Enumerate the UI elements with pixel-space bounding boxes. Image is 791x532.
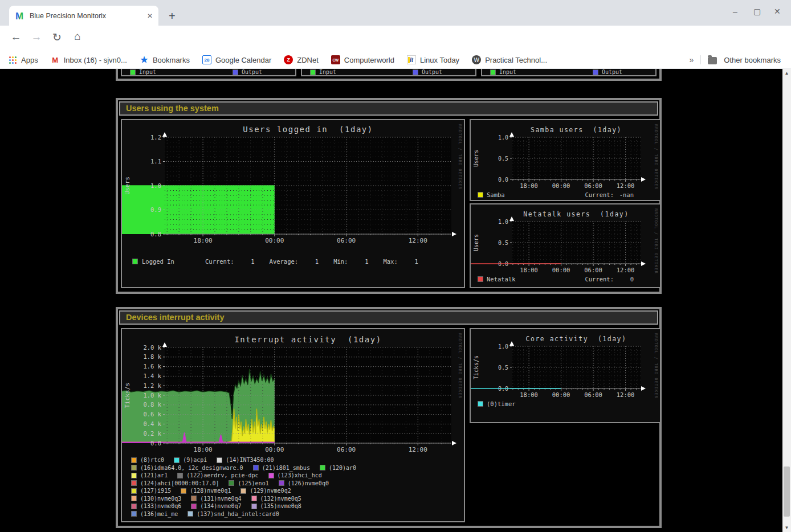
svg-text:Users: Users [124,177,131,195]
legend-item: (16)idma64.0, i2c_designware.0 [131,465,243,471]
svg-text:Core activity (1day): Core activity (1day) [526,335,627,343]
legend-item: (127)i915 [131,488,171,494]
back-icon[interactable]: ← [8,31,24,43]
legend-item: (137)snd_hda_intel:card0 [187,511,279,517]
legend-item: (134)nvme0q7 [191,503,241,509]
bookmark-apps[interactable]: Apps [8,55,38,64]
section-network-partial: InputOutputInputOutputInputOutput [116,69,662,81]
bookmarks-list: AppsMInbox (16) - sjvn0...★Bookmarks28Go… [8,55,547,64]
page-content: InputOutputInputOutputInputOutput Users … [0,69,782,532]
svg-text:0.5: 0.5 [498,240,508,246]
bookmark-label: Bookmarks [153,56,190,64]
folder-icon [708,57,717,64]
scrollbar-thumb[interactable] [784,466,790,517]
new-tab-button[interactable]: + [169,10,176,22]
rrdtool-watermark: RRDTOOL / TOBI OETIKER [458,124,462,190]
bookmark-wordpress[interactable]: WPractical Technol... [472,55,547,64]
vertical-scrollbar[interactable]: ▲ ▼ [782,69,791,532]
svg-text:0.9: 0.9 [150,206,161,213]
netatalk-users-graph[interactable]: 0.00.51.018:0000:0006:0012:00Netatalk us… [471,204,659,274]
legend-item: (130)nvme0q3 [131,496,181,502]
reload-icon[interactable]: ↻ [49,31,65,44]
svg-text:12:00: 12:00 [617,267,635,273]
browser-tab[interactable]: M Blue Precision Monitorix ✕ [9,6,158,26]
svg-text:18:00: 18:00 [194,446,213,453]
legend-item: (9)acpi [174,457,207,463]
svg-text:06:00: 06:00 [337,446,356,453]
bookmark-star[interactable]: ★Bookmarks [140,55,190,64]
forward-icon[interactable]: → [28,31,44,43]
scrollbar-down-icon[interactable]: ▼ [782,523,791,532]
bookmark-linuxtoday[interactable]: ltLinux Today [407,55,459,64]
legend-item: Output [233,69,262,75]
legend-item: (121)ar1 [131,472,168,478]
star-icon: ★ [140,55,149,64]
svg-text:0.5: 0.5 [498,365,508,371]
bookmark-label: Practical Technol... [485,56,547,64]
legend-item: (122)aerdrv, pcie-dpc [177,472,258,478]
svg-text:1.0: 1.0 [150,182,161,189]
section-title-users: Users using the system [119,101,658,116]
svg-text:0.2 k: 0.2 k [143,430,161,437]
bookmark-label: Apps [21,56,38,64]
svg-text:0.4 k: 0.4 k [143,420,161,427]
legend-item: Output [593,69,622,75]
legend-stat: Current:1 [205,258,255,265]
bookmark-gmail[interactable]: MInbox (16) - sjvn0... [51,55,127,64]
interrupt-activity-panel: 0.00.2 k0.4 k0.6 k0.8 k1.0 k1.2 k1.4 k1.… [121,328,465,522]
svg-text:1.0: 1.0 [498,219,508,225]
graph-panel-partial: InputOutput [121,69,296,76]
linuxtoday-icon: lt [407,55,416,64]
svg-text:00:00: 00:00 [552,182,570,189]
section-users: Users using the system 0.80.91.01.11.218… [116,98,662,294]
svg-text:0.0: 0.0 [150,440,161,447]
home-icon[interactable]: ⌂ [70,30,85,43]
legend-swatch [233,69,238,75]
window-maximize-icon[interactable]: ▢ [753,7,761,16]
legend-item: (120)ar0 [320,465,356,471]
rrdtool-watermark: RRDTOOL / TOBI OETIKER [458,333,462,399]
svg-text:Netatalk users (1day): Netatalk users (1day) [523,210,629,218]
legend-item: (128)nvme0q1 [181,488,231,494]
legend-item: (8)rtc0 [131,457,164,463]
scrollbar-up-icon[interactable]: ▲ [782,69,791,77]
legend-item: (123)xhci_hcd [268,472,322,478]
tab-close-icon[interactable]: ✕ [147,12,153,20]
bookmark-cw[interactable]: CWComputerworld [331,55,394,64]
rrdtool-watermark: RRDTOOL / TOBI OETIKER [654,208,658,274]
interrupt-activity-graph[interactable]: 0.00.2 k0.4 k0.6 k0.8 k1.0 k1.2 k1.4 k1.… [122,329,464,456]
legend-swatch [310,69,316,75]
window-close-icon[interactable]: ✕ [774,7,781,16]
graph-panel-partial: InputOutput [481,69,657,76]
legend-item: (135)nvme0q8 [251,503,301,509]
users-legend: Logged InCurrent:1Average:1Min:1Max:1 [132,258,464,265]
svg-text:0.8 k: 0.8 k [143,401,161,408]
svg-text:1.4 k: 1.4 k [143,373,161,379]
other-bookmarks-button[interactable]: Other bookmarks [724,56,781,64]
svg-text:00:00: 00:00 [265,237,284,244]
browser-titlebar: M Blue Precision Monitorix ✕ + – ▢ ✕ [0,0,791,26]
legend-item: (133)nvme0q6 [131,503,181,509]
users-logged-in-graph[interactable]: 0.80.91.01.11.218:0000:0006:0012:00Users… [122,120,464,248]
bookmarks-overflow-icon[interactable]: » [690,55,694,64]
legend-item: (126)nvme0q0 [279,480,329,486]
window-minimize-icon[interactable]: – [733,7,737,16]
legend-item: (14)INT3450:00 [217,457,274,463]
svg-text:06:00: 06:00 [584,391,602,398]
legend-swatch [478,276,483,282]
bookmark-label: Inbox (16) - sjvn0... [64,56,127,64]
svg-text:2.0 k: 2.0 k [143,344,161,351]
samba-users-graph[interactable]: 0.00.51.018:0000:0006:0012:00Samba users… [471,120,659,190]
legend-item: (125)eno1 [229,480,268,486]
bookmark-label: Google Calendar [215,56,271,64]
svg-text:1.2: 1.2 [150,134,161,141]
svg-text:Users: Users [473,234,479,251]
bookmark-gcal[interactable]: 28Google Calendar [202,55,271,64]
core-activity-graph[interactable]: 0.00.51.018:0000:0006:0012:00Core activi… [471,329,659,399]
svg-text:18:00: 18:00 [520,182,538,189]
bookmark-zdnet[interactable]: ZZDNet [284,55,319,64]
svg-text:00:00: 00:00 [265,446,284,453]
svg-text:06:00: 06:00 [584,267,602,273]
legend-item: (21)i801_smbus [253,465,310,471]
svg-text:1.0 k: 1.0 k [143,392,161,399]
